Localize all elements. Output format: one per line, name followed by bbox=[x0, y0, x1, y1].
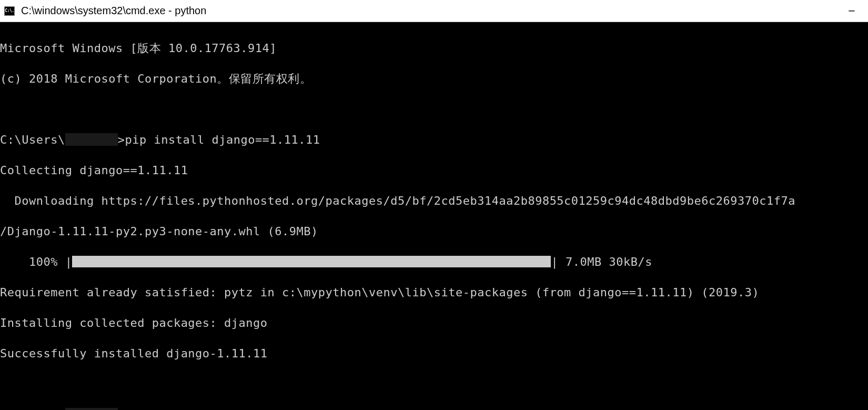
cmd-icon: C:\. bbox=[4, 6, 15, 16]
blank-line bbox=[0, 376, 868, 392]
installing-line: Installing collected packages: django bbox=[0, 315, 868, 331]
window-title: C:\windows\system32\cmd.exe - python bbox=[21, 5, 840, 17]
progress-line: 100% || 7.0MB 30kB/s bbox=[0, 254, 868, 269]
blank-line bbox=[0, 102, 868, 117]
downloading-line: Downloading https://files.pythonhosted.o… bbox=[0, 193, 868, 208]
terminal-output[interactable]: Microsoft Windows [版本 10.0.17763.914] (c… bbox=[0, 22, 868, 410]
window-controls: ─ bbox=[840, 3, 864, 19]
header-line: Microsoft Windows [版本 10.0.17763.914] bbox=[0, 41, 868, 56]
title-bar[interactable]: C:\. C:\windows\system32\cmd.exe - pytho… bbox=[0, 0, 868, 22]
pip-install-command: C:\Users\>pip install django==1.11.11 bbox=[0, 132, 868, 147]
success-line: Successfully installed django-1.11.11 bbox=[0, 346, 868, 361]
minimize-button[interactable]: ─ bbox=[840, 3, 864, 19]
python-command: C:\Users\>python bbox=[0, 407, 868, 410]
redacted-username bbox=[65, 408, 118, 410]
requirement-line: Requirement already satisfied: pytz in c… bbox=[0, 285, 868, 300]
redacted-username bbox=[65, 133, 118, 146]
progress-bar bbox=[72, 256, 551, 267]
collecting-line: Collecting django==1.11.11 bbox=[0, 163, 868, 178]
wheel-line: /Django-1.11.11-py2.py3-none-any.whl (6.… bbox=[0, 224, 868, 239]
copyright-line: (c) 2018 Microsoft Corporation。保留所有权利。 bbox=[0, 71, 868, 86]
